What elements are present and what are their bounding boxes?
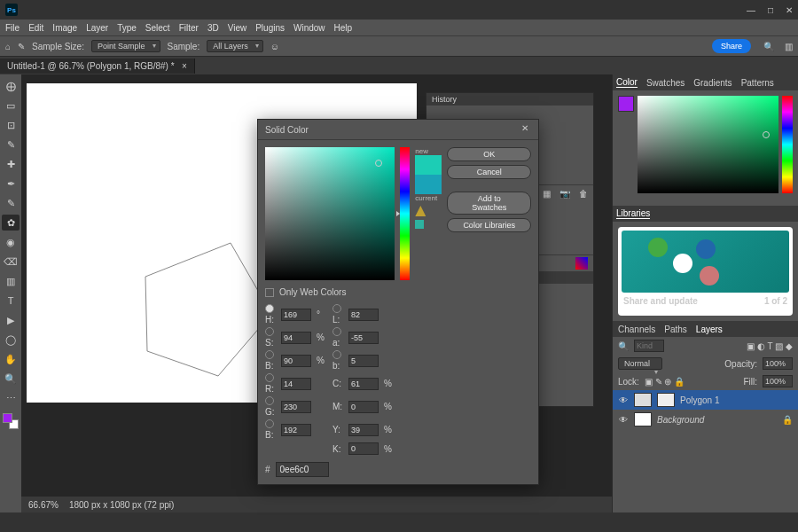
minimize-button[interactable]: — (747, 5, 755, 15)
tool-button[interactable]: ⨁ (2, 78, 20, 94)
radio-bb[interactable] (265, 419, 274, 428)
menu-type[interactable]: Type (117, 23, 137, 33)
zoom-level[interactable]: 66.67% (28, 500, 59, 510)
radio-l[interactable] (332, 304, 341, 313)
input-m[interactable] (348, 401, 379, 413)
trash-icon[interactable]: 🗑 (579, 189, 588, 199)
hue-arrow[interactable] (396, 211, 400, 216)
sample-dropdown[interactable]: All Layers (207, 40, 263, 52)
dialog-close-button[interactable]: ✕ (519, 123, 531, 136)
current-color-swatch[interactable] (415, 175, 442, 194)
radio-h[interactable] (265, 304, 274, 313)
menu-image[interactable]: Image (52, 23, 77, 33)
camera-icon[interactable]: 📷 (559, 189, 570, 199)
add-to-swatches-button[interactable]: Add to Swatches (447, 192, 531, 215)
layer-name[interactable]: Polygon 1 (680, 395, 719, 405)
input-bb[interactable] (281, 424, 311, 436)
menu-file[interactable]: File (5, 23, 20, 33)
share-button[interactable]: Share (712, 39, 751, 53)
menu-select[interactable]: Select (145, 23, 170, 33)
document-tab[interactable]: Untitled-1 @ 66.7% (Polygon 1, RGB/8#) *… (0, 59, 195, 74)
layer-row[interactable]: 👁 Polygon 1 (613, 390, 798, 410)
layer-thumb[interactable] (634, 393, 652, 407)
sample-size-dropdown[interactable]: Point Sample (91, 40, 160, 52)
layer-filter-input[interactable] (634, 340, 664, 352)
home-icon[interactable]: ⌂ (5, 42, 11, 51)
history-header[interactable]: History (426, 93, 593, 106)
tool-preset-icon[interactable]: ✎ (18, 42, 25, 51)
input-l[interactable] (348, 309, 379, 321)
visibility-icon[interactable]: 👁 (618, 395, 629, 405)
radio-b2[interactable] (332, 350, 341, 359)
menu-filter[interactable]: Filter (179, 23, 199, 33)
tool-button[interactable]: ▥ (2, 273, 20, 289)
menu-help[interactable]: Help (334, 23, 353, 33)
tab-patterns[interactable]: Patterns (741, 78, 774, 88)
input-r[interactable] (281, 378, 311, 390)
layer-name[interactable]: Background (657, 415, 704, 425)
input-bv[interactable] (281, 355, 311, 367)
only-web-checkbox[interactable] (265, 288, 274, 297)
color-cursor[interactable] (763, 131, 770, 138)
tool-button[interactable]: ◯ (2, 332, 20, 348)
radio-bv[interactable] (265, 350, 274, 359)
dialog-titlebar[interactable]: Solid Color ✕ (258, 120, 538, 140)
layer-filter-icon[interactable]: 🔍 (618, 341, 629, 351)
snapshot-icon[interactable]: ▦ (543, 189, 551, 199)
color-field[interactable] (638, 96, 778, 193)
ok-button[interactable]: OK (447, 147, 531, 161)
input-k[interactable] (348, 442, 379, 455)
tab-libraries[interactable]: Libraries (616, 208, 650, 219)
menu-3d[interactable]: 3D (207, 23, 219, 33)
tool-button[interactable]: ▶ (2, 312, 20, 328)
tool-button[interactable]: ⋯ (2, 390, 20, 406)
input-b2[interactable] (348, 355, 379, 367)
tool-button[interactable]: ✚ (2, 156, 20, 172)
layer-row[interactable]: 👁 Background 🔒 (613, 410, 798, 429)
input-s[interactable] (281, 332, 311, 344)
library-card[interactable]: Share and update 1 of 2 (618, 227, 793, 316)
lock-icons[interactable]: ▣ ✎ ⊕ 🔒 (645, 377, 685, 387)
layer-thumb[interactable] (634, 412, 652, 426)
hex-input[interactable] (276, 462, 329, 477)
cancel-button[interactable]: Cancel (447, 165, 531, 179)
tool-button[interactable]: T (2, 293, 20, 309)
tool-button[interactable]: ▭ (2, 98, 20, 113)
fill-input[interactable] (763, 375, 793, 387)
maximize-button[interactable]: □ (768, 5, 773, 15)
websafe-icon[interactable] (415, 220, 424, 229)
radio-a[interactable] (332, 327, 341, 336)
fg-bg-swatch[interactable] (3, 413, 19, 429)
tool-button[interactable]: ◉ (2, 234, 20, 250)
tab-channels[interactable]: Channels (618, 325, 655, 334)
layer-mask-thumb[interactable] (657, 393, 675, 407)
radio-r[interactable] (265, 373, 274, 382)
hue-slider[interactable] (782, 96, 793, 193)
radio-g[interactable] (265, 396, 274, 405)
input-c[interactable] (348, 378, 379, 390)
input-g[interactable] (281, 401, 311, 413)
tab-layers[interactable]: Layers (696, 325, 723, 334)
menu-edit[interactable]: Edit (28, 23, 43, 33)
tab-gradients[interactable]: Gradients (693, 78, 732, 88)
emoji-icon[interactable]: ☺ (270, 42, 279, 51)
menu-layer[interactable]: Layer (86, 23, 108, 33)
polygon-shape[interactable] (145, 243, 271, 376)
tool-button[interactable]: ✿ (2, 215, 20, 231)
search-icon[interactable]: 🔍 (763, 42, 774, 51)
close-button[interactable]: ✕ (786, 5, 793, 15)
tool-button[interactable]: 🔍 (2, 371, 20, 387)
tab-color[interactable]: Color (616, 77, 638, 88)
radio-s[interactable] (265, 327, 274, 336)
tab-swatches[interactable]: Swatches (646, 78, 685, 88)
input-h[interactable] (281, 309, 311, 321)
tool-button[interactable]: ⌫ (2, 254, 20, 270)
tab-paths[interactable]: Paths (664, 325, 687, 334)
hue-slider[interactable] (400, 147, 411, 280)
color-grid-icon[interactable] (575, 257, 588, 270)
picker-cursor[interactable] (375, 160, 382, 167)
menu-plugins[interactable]: Plugins (255, 23, 285, 33)
tool-button[interactable]: ✋ (2, 351, 20, 367)
menu-window[interactable]: Window (293, 23, 325, 33)
tool-button[interactable]: ⊡ (2, 117, 20, 133)
